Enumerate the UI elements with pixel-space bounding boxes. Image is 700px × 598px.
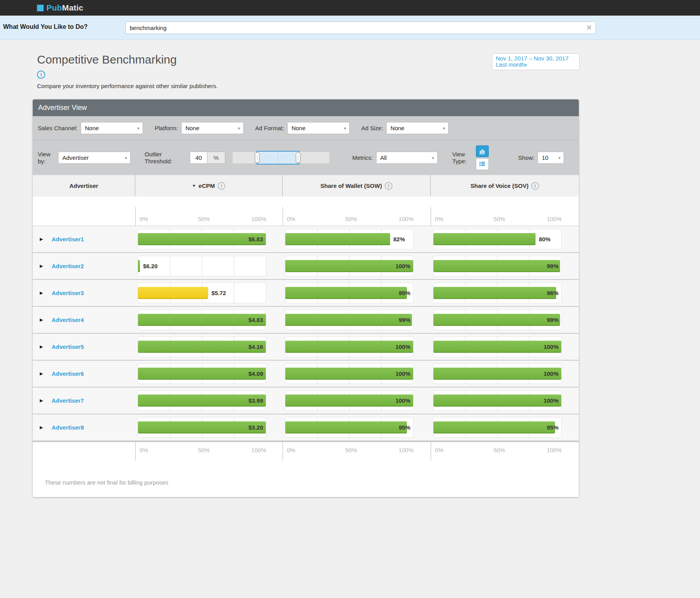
platform-dropdown[interactable]: None▾ [181,122,244,134]
expand-arrow-icon[interactable]: ▶ [40,425,43,430]
bar-value-label: 99% [547,317,559,323]
green-bar [138,341,266,353]
slider-handle-right[interactable] [296,152,301,163]
advertiser-link[interactable]: Advertiser3 [51,290,84,296]
bar-value-label: 80% [539,236,550,242]
bar-cell: $4.16 [138,336,266,357]
ad-format-label: Ad Format: [255,125,284,131]
axis-scale: 0%50%100% [135,442,283,464]
top-navigation-bar: PubMatic [0,0,700,16]
table-row: ▶Advertiser2$6.20100%99% [33,253,579,280]
advertiser-link[interactable]: Advertiser7 [51,397,84,404]
bar-value-label: 95% [399,290,410,296]
page-subtitle: Compare your inventory performance again… [37,83,218,89]
bar-value-label: $4.83 [248,317,263,323]
close-icon[interactable]: ✕ [586,23,592,32]
view-by-dropdown[interactable]: Advertiser▾ [58,152,131,164]
column-header-sov[interactable]: Share of Voice (SOV) i [431,175,579,196]
column-header-advertiser[interactable]: Advertiser [33,175,135,196]
bar-value-label: $5.72 [211,290,226,296]
green-bar [433,421,555,433]
bar-value-label: 100% [396,263,410,269]
advertiser-link[interactable]: Advertiser6 [51,370,84,377]
green-bar [285,287,407,299]
bar-cell: 96% [433,283,562,303]
table-row: ▶Advertiser4$4.8399%99% [33,307,579,334]
sales-channel-dropdown[interactable]: None▾ [81,122,143,134]
expand-arrow-icon[interactable]: ▶ [40,344,43,349]
view-type-toggle [476,145,489,170]
list-icon[interactable] [476,158,489,170]
green-bar [138,233,266,245]
bar-cell: 100% [433,363,562,384]
pubmatic-logo-icon [37,5,44,11]
info-icon[interactable]: i [217,182,225,190]
panel-footer: These numbers are not final for billing … [33,464,579,497]
filter-row-primary: Sales Channel: None▾ Platform: None▾ Ad … [33,116,579,140]
expand-arrow-icon[interactable]: ▶ [40,290,43,295]
info-icon[interactable]: i [385,182,392,190]
search-input[interactable] [126,21,596,34]
advertiser-cell: ▶Advertiser1 [33,236,135,242]
date-range-selector[interactable]: Nov 1, 2017 – Nov 30, 2017 Last month▾ [492,53,580,70]
green-bar [433,260,560,272]
column-header-sow[interactable]: Share of Wallet (SOW) i [283,175,431,196]
info-icon[interactable]: i [37,71,45,79]
advertiser-link[interactable]: Advertiser4 [51,317,84,323]
outlier-unit-label: % [207,152,225,164]
bar-cell: $4.09 [138,363,266,384]
info-icon[interactable]: i [531,182,539,190]
advertiser-link[interactable]: Advertiser5 [51,343,84,350]
bar-cell: 100% [433,390,562,411]
chevron-down-icon: ▾ [238,126,240,131]
expand-arrow-icon[interactable]: ▶ [40,317,43,322]
ad-size-label: Ad Size: [361,125,383,131]
expand-arrow-icon[interactable]: ▶ [40,264,43,269]
bar-cell: 95% [433,417,562,438]
axis-row-top: 0%50%100%0%50%100%0%50%100% [33,196,579,226]
chevron-down-icon: ▾ [432,156,434,161]
green-bar [138,260,140,272]
expand-arrow-icon[interactable]: ▶ [40,371,43,376]
advertiser-link[interactable]: Advertiser8 [51,424,84,431]
slider-selected-range [256,151,299,165]
advertiser-cell: ▶Advertiser6 [33,370,135,377]
ad-size-dropdown[interactable]: None▾ [386,122,449,134]
metrics-dropdown[interactable]: All▾ [376,152,438,164]
advertiser-link[interactable]: Advertiser2 [51,263,84,269]
advertiser-cell: ▶Advertiser2 [33,263,135,269]
outlier-threshold-slider[interactable] [232,151,330,165]
table-body: ▶Advertiser1$6.8382%80%▶Advertiser2$6.20… [33,226,579,441]
metrics-label: Metrics: [352,154,373,161]
green-bar [285,395,413,407]
bar-cell: 99% [285,310,414,330]
outlier-threshold-input[interactable] [190,152,207,164]
bar-chart-icon[interactable] [476,145,489,157]
bar-cell: 95% [285,417,414,438]
chevron-down-icon: ▾ [443,126,445,131]
bar-value-label: 99% [399,317,410,323]
column-header-ecpm[interactable]: ▼ eCPM i [135,175,283,196]
bar-value-label: $6.20 [143,263,158,269]
page-title: Competitive Benchmarking [37,53,177,66]
bar-cell: $4.83 [138,310,266,330]
bar-cell: $6.83 [138,229,266,249]
bar-cell: 95% [285,283,414,303]
advertiser-link[interactable]: Advertiser1 [51,236,84,242]
panel-title: Advertiser View [33,99,579,116]
ad-format-dropdown[interactable]: None▾ [287,122,350,134]
bar-value-label: 95% [399,424,410,431]
view-by-label: View by: [38,151,57,165]
expand-arrow-icon[interactable]: ▶ [40,237,43,242]
green-bar [138,395,266,407]
bar-cell: $6.20 [138,256,266,276]
bar-cell: 99% [433,310,562,330]
outlier-threshold-label: Outlier Threshold: [145,151,177,165]
bar-value-label: 96% [547,290,559,296]
chevron-down-icon: ▾ [137,126,140,131]
expand-arrow-icon[interactable]: ▶ [40,398,43,403]
show-count-dropdown[interactable]: 10▾ [537,152,564,164]
gridline [170,256,170,276]
table-row: ▶Advertiser3$5.7295%96% [33,280,579,307]
slider-handle-left[interactable] [255,152,260,163]
